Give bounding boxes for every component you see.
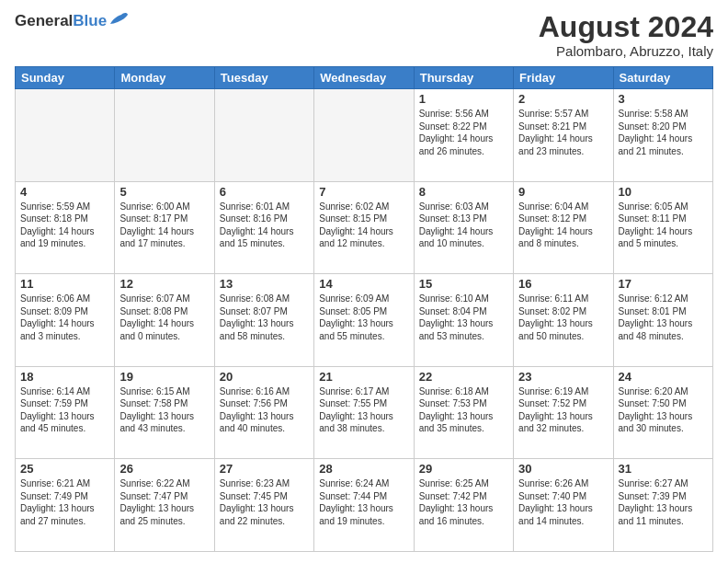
cell-info: Sunrise: 6:10 AMSunset: 8:04 PMDaylight:…	[419, 293, 508, 342]
day-number: 6	[220, 185, 309, 199]
calendar-cell-5-2: 26Sunrise: 6:22 AMSunset: 7:47 PMDayligh…	[115, 459, 214, 552]
header-thursday: Thursday	[414, 67, 513, 89]
subtitle: Palombaro, Abruzzo, Italy	[539, 43, 713, 59]
week-row-1: 1Sunrise: 5:56 AMSunset: 8:22 PMDaylight…	[16, 89, 713, 182]
day-number: 15	[419, 277, 508, 291]
calendar-cell-2-7: 10Sunrise: 6:05 AMSunset: 8:11 PMDayligh…	[613, 181, 712, 274]
day-number: 1	[419, 92, 508, 106]
cell-info: Sunrise: 6:14 AMSunset: 7:59 PMDaylight:…	[20, 385, 109, 435]
calendar-cell-3-3: 13Sunrise: 6:08 AMSunset: 8:07 PMDayligh…	[214, 274, 313, 367]
header-tuesday: Tuesday	[214, 67, 313, 89]
cell-info: Sunrise: 6:02 AMSunset: 8:15 PMDaylight:…	[319, 201, 408, 250]
day-number: 31	[619, 462, 708, 476]
cell-info: Sunrise: 6:01 AMSunset: 8:16 PMDaylight:…	[220, 201, 309, 250]
calendar-cell-5-3: 27Sunrise: 6:23 AMSunset: 7:45 PMDayligh…	[214, 459, 313, 552]
calendar-cell-5-6: 30Sunrise: 6:26 AMSunset: 7:40 PMDayligh…	[514, 459, 613, 552]
day-number: 22	[419, 370, 508, 384]
calendar-cell-2-2: 5Sunrise: 6:00 AMSunset: 8:17 PMDaylight…	[115, 181, 214, 274]
calendar-table: Sunday Monday Tuesday Wednesday Thursday…	[15, 66, 713, 552]
cell-info: Sunrise: 6:03 AMSunset: 8:13 PMDaylight:…	[419, 201, 508, 250]
header-monday: Monday	[115, 67, 214, 89]
calendar-cell-3-7: 17Sunrise: 6:12 AMSunset: 8:01 PMDayligh…	[613, 274, 712, 367]
calendar-cell-5-1: 25Sunrise: 6:21 AMSunset: 7:49 PMDayligh…	[16, 459, 115, 552]
calendar-cell-1-4	[314, 89, 414, 182]
day-number: 18	[20, 370, 109, 384]
day-number: 10	[619, 185, 708, 199]
calendar-cell-1-5: 1Sunrise: 5:56 AMSunset: 8:22 PMDaylight…	[414, 89, 513, 182]
cell-info: Sunrise: 6:17 AMSunset: 7:55 PMDaylight:…	[319, 385, 408, 435]
calendar-cell-1-1	[16, 89, 115, 182]
week-row-3: 11Sunrise: 6:06 AMSunset: 8:09 PMDayligh…	[16, 274, 713, 367]
cell-info: Sunrise: 5:57 AMSunset: 8:21 PMDaylight:…	[518, 108, 608, 157]
day-number: 4	[20, 185, 109, 199]
day-number: 9	[518, 185, 608, 199]
logo-general-text: General	[15, 12, 73, 30]
week-row-4: 18Sunrise: 6:14 AMSunset: 7:59 PMDayligh…	[16, 366, 713, 459]
cell-info: Sunrise: 6:19 AMSunset: 7:52 PMDaylight:…	[518, 385, 608, 435]
day-number: 21	[319, 370, 408, 384]
week-row-2: 4Sunrise: 5:59 AMSunset: 8:18 PMDaylight…	[16, 181, 713, 274]
calendar-cell-4-1: 18Sunrise: 6:14 AMSunset: 7:59 PMDayligh…	[16, 366, 115, 459]
calendar-cell-4-7: 24Sunrise: 6:20 AMSunset: 7:50 PMDayligh…	[613, 366, 712, 459]
title-block: August 2024 Palombaro, Abruzzo, Italy	[539, 11, 713, 59]
cell-info: Sunrise: 6:25 AMSunset: 7:42 PMDaylight:…	[419, 477, 508, 527]
day-number: 7	[319, 185, 408, 199]
day-number: 16	[518, 277, 608, 291]
day-number: 13	[220, 277, 309, 291]
calendar-cell-4-2: 19Sunrise: 6:15 AMSunset: 7:58 PMDayligh…	[115, 366, 214, 459]
calendar-cell-3-2: 12Sunrise: 6:07 AMSunset: 8:08 PMDayligh…	[115, 274, 214, 367]
cell-info: Sunrise: 6:27 AMSunset: 7:39 PMDaylight:…	[619, 477, 708, 527]
cell-info: Sunrise: 6:00 AMSunset: 8:17 PMDaylight:…	[119, 201, 209, 250]
cell-info: Sunrise: 6:22 AMSunset: 7:47 PMDaylight:…	[119, 477, 209, 527]
calendar-cell-1-6: 2Sunrise: 5:57 AMSunset: 8:21 PMDaylight…	[514, 89, 613, 182]
day-number: 8	[419, 185, 508, 199]
day-number: 2	[518, 92, 608, 106]
day-number: 28	[319, 462, 408, 476]
calendar-cell-2-5: 8Sunrise: 6:03 AMSunset: 8:13 PMDaylight…	[414, 181, 513, 274]
calendar-cell-3-4: 14Sunrise: 6:09 AMSunset: 8:05 PMDayligh…	[314, 274, 414, 367]
cell-info: Sunrise: 6:23 AMSunset: 7:45 PMDaylight:…	[220, 477, 309, 527]
cell-info: Sunrise: 6:26 AMSunset: 7:40 PMDaylight:…	[518, 477, 608, 527]
cell-info: Sunrise: 6:16 AMSunset: 7:56 PMDaylight:…	[220, 385, 309, 435]
cell-info: Sunrise: 6:08 AMSunset: 8:07 PMDaylight:…	[220, 293, 309, 342]
calendar-cell-2-3: 6Sunrise: 6:01 AMSunset: 8:16 PMDaylight…	[214, 181, 313, 274]
cell-info: Sunrise: 6:24 AMSunset: 7:44 PMDaylight:…	[319, 477, 408, 527]
calendar-cell-1-7: 3Sunrise: 5:58 AMSunset: 8:20 PMDaylight…	[613, 89, 712, 182]
calendar-cell-5-4: 28Sunrise: 6:24 AMSunset: 7:44 PMDayligh…	[314, 459, 414, 552]
day-number: 3	[619, 92, 708, 106]
day-number: 19	[119, 370, 209, 384]
calendar-cell-2-4: 7Sunrise: 6:02 AMSunset: 8:15 PMDaylight…	[314, 181, 414, 274]
header-sunday: Sunday	[16, 67, 115, 89]
cell-info: Sunrise: 5:58 AMSunset: 8:20 PMDaylight:…	[619, 108, 708, 157]
day-number: 12	[119, 277, 209, 291]
cell-info: Sunrise: 6:21 AMSunset: 7:49 PMDaylight:…	[20, 477, 109, 527]
calendar-cell-1-2	[115, 89, 214, 182]
cell-info: Sunrise: 6:15 AMSunset: 7:58 PMDaylight:…	[119, 385, 209, 435]
cell-info: Sunrise: 5:56 AMSunset: 8:22 PMDaylight:…	[419, 108, 508, 157]
day-number: 14	[319, 277, 408, 291]
cell-info: Sunrise: 6:04 AMSunset: 8:12 PMDaylight:…	[518, 201, 608, 250]
calendar-cell-2-6: 9Sunrise: 6:04 AMSunset: 8:12 PMDaylight…	[514, 181, 613, 274]
cell-info: Sunrise: 6:18 AMSunset: 7:53 PMDaylight:…	[419, 385, 508, 435]
cell-info: Sunrise: 6:07 AMSunset: 8:08 PMDaylight:…	[119, 293, 209, 342]
cell-info: Sunrise: 6:11 AMSunset: 8:02 PMDaylight:…	[518, 293, 608, 342]
day-number: 20	[220, 370, 309, 384]
cell-info: Sunrise: 6:06 AMSunset: 8:09 PMDaylight:…	[20, 293, 109, 342]
calendar-cell-4-3: 20Sunrise: 6:16 AMSunset: 7:56 PMDayligh…	[214, 366, 313, 459]
week-row-5: 25Sunrise: 6:21 AMSunset: 7:49 PMDayligh…	[16, 459, 713, 552]
day-number: 30	[518, 462, 608, 476]
day-number: 26	[119, 462, 209, 476]
header-friday: Friday	[514, 67, 613, 89]
cell-info: Sunrise: 6:20 AMSunset: 7:50 PMDaylight:…	[619, 385, 708, 435]
cell-info: Sunrise: 6:12 AMSunset: 8:01 PMDaylight:…	[619, 293, 708, 342]
calendar-cell-4-4: 21Sunrise: 6:17 AMSunset: 7:55 PMDayligh…	[314, 366, 414, 459]
day-number: 17	[619, 277, 708, 291]
day-number: 5	[119, 185, 209, 199]
cell-info: Sunrise: 5:59 AMSunset: 8:18 PMDaylight:…	[20, 201, 109, 250]
main-title: August 2024	[539, 11, 713, 43]
header: GeneralBlue August 2024 Palombaro, Abruz…	[15, 11, 713, 59]
weekday-header-row: Sunday Monday Tuesday Wednesday Thursday…	[16, 67, 713, 89]
day-number: 25	[20, 462, 109, 476]
logo-blue-text: Blue	[73, 12, 107, 30]
calendar-cell-4-6: 23Sunrise: 6:19 AMSunset: 7:52 PMDayligh…	[514, 366, 613, 459]
